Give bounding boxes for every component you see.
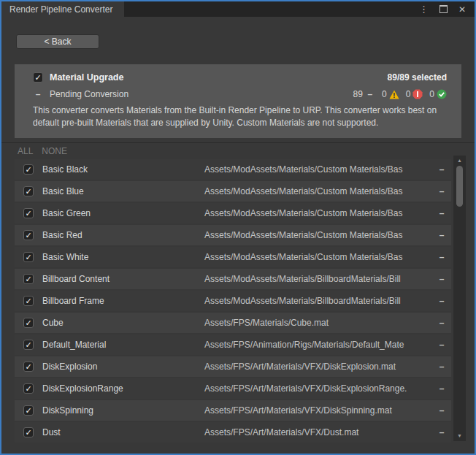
success-icon [437, 89, 447, 99]
check-icon: ✓ [25, 363, 31, 371]
converter-title-row: ✓ Material Upgrade 89/89 selected [33, 72, 447, 83]
row-status-dash-icon: – [432, 208, 451, 218]
close-icon[interactable]: ✕ [458, 5, 466, 14]
table-row[interactable]: ✓ Basic Black Assets/ModAssets/Materials… [15, 159, 451, 180]
table-row[interactable]: ✓ Basic Red Assets/ModAssets/Materials/C… [15, 225, 451, 245]
check-icon: ✓ [25, 232, 31, 240]
window-controls: ⋮ ✕ [419, 1, 475, 17]
material-path: Assets/ModAssets/Materials/Custom Materi… [204, 186, 432, 196]
table-row[interactable]: ✓ Cube Assets/FPS/Materials/Cube.mat – [15, 313, 451, 333]
material-path: Assets/ModAssets/Materials/BillboardMate… [204, 296, 432, 306]
table-row[interactable]: ✓ Basic Blue Assets/ModAssets/Materials/… [15, 181, 451, 202]
back-button-label: < Back [44, 37, 71, 47]
row-status-dash-icon: – [432, 164, 451, 175]
error-count-group: 0 [406, 89, 423, 99]
collapse-minus-icon[interactable]: – [33, 89, 43, 99]
material-name: Billboard Content [42, 274, 204, 284]
warning-icon [389, 90, 399, 99]
status-counts: 89 – 0 0 [353, 89, 447, 99]
material-name: DiskExplosion [42, 362, 204, 372]
row-status-dash-icon: – [432, 340, 451, 350]
row-checkbox[interactable]: ✓ [23, 405, 34, 416]
material-path: Assets/ModAssets/Materials/BillboardMate… [204, 274, 432, 284]
row-checkbox[interactable]: ✓ [23, 186, 34, 196]
material-path: Assets/FPS/Art/Materials/VFX/DiskSpinnin… [204, 405, 432, 416]
row-status-dash-icon: – [432, 296, 451, 306]
check-icon: ✓ [25, 319, 31, 327]
converter-panel[interactable]: ✓ Material Upgrade 89/89 selected – Pend… [15, 64, 461, 138]
kebab-menu-icon[interactable]: ⋮ [419, 4, 429, 14]
selection-links: ALL NONE [1, 142, 475, 158]
table-row[interactable]: ✓ Default_Material Assets/FPS/Animation/… [15, 334, 451, 355]
error-count: 0 [406, 89, 411, 99]
material-name: Billboard Frame [42, 296, 204, 306]
material-name: Basic Blue [42, 186, 204, 196]
row-status-dash-icon: – [432, 362, 451, 372]
check-icon: ✓ [25, 407, 31, 415]
table-row[interactable]: ✓ Basic White Assets/ModAssets/Materials… [15, 247, 451, 267]
titlebar: Render Pipeline Converter ⋮ ✕ [1, 1, 475, 17]
row-status-dash-icon: – [432, 405, 451, 416]
row-checkbox[interactable]: ✓ [23, 208, 34, 218]
pending-dash-icon: – [365, 89, 375, 99]
row-status-dash-icon: – [432, 230, 451, 240]
row-checkbox[interactable]: ✓ [23, 383, 34, 394]
check-icon: ✓ [25, 275, 31, 283]
row-checkbox[interactable]: ✓ [23, 296, 34, 306]
row-checkbox[interactable]: ✓ [23, 164, 34, 175]
warning-count: 0 [382, 89, 387, 99]
table-row[interactable]: ✓ Billboard Frame Assets/ModAssets/Mater… [15, 291, 451, 311]
material-list: ✓ Basic Black Assets/ModAssets/Materials… [15, 159, 451, 443]
row-status-dash-icon: – [432, 274, 451, 284]
row-checkbox[interactable]: ✓ [23, 318, 34, 328]
select-none-link[interactable]: NONE [42, 146, 67, 156]
table-row[interactable]: ✓ Billboard Content Assets/ModAssets/Mat… [15, 269, 451, 289]
material-name: Basic Green [42, 208, 204, 218]
material-path: Assets/ModAssets/Materials/Custom Materi… [204, 252, 432, 262]
table-row[interactable]: ✓ DiskExplosionRange Assets/FPS/Art/Mate… [15, 378, 451, 399]
row-checkbox[interactable]: ✓ [23, 252, 34, 262]
table-row[interactable]: ✓ Dust Assets/FPS/Art/Materials/VFX/Dust… [15, 422, 451, 443]
tab-render-pipeline-converter[interactable]: Render Pipeline Converter [1, 1, 124, 17]
row-status-dash-icon: – [432, 427, 451, 437]
scroll-up-icon[interactable]: ▲ [453, 157, 466, 164]
material-name: Cube [42, 318, 204, 328]
material-path: Assets/ModAssets/Materials/Custom Materi… [204, 164, 432, 175]
material-path: Assets/FPS/Art/Materials/VFX/DiskExplosi… [204, 362, 432, 372]
check-icon: ✓ [25, 297, 31, 305]
row-checkbox[interactable]: ✓ [23, 340, 34, 350]
check-icon: ✓ [25, 166, 31, 174]
check-icon: ✓ [25, 429, 31, 437]
table-row[interactable]: ✓ DiskSpinning Assets/FPS/Art/Materials/… [15, 400, 451, 421]
row-status-dash-icon: – [432, 383, 451, 394]
converter-title: Material Upgrade [50, 72, 123, 83]
check-icon: ✓ [25, 385, 31, 393]
selected-count: 89/89 selected [388, 72, 447, 83]
material-path: Assets/FPS/Art/Materials/VFX/Dust.mat [204, 427, 432, 437]
material-path: Assets/FPS/Materials/Cube.mat [204, 318, 432, 328]
row-checkbox[interactable]: ✓ [23, 362, 34, 372]
table-row[interactable]: ✓ Basic Green Assets/ModAssets/Materials… [15, 203, 451, 223]
material-name: Basic Red [42, 230, 204, 240]
material-name: Default_Material [42, 340, 204, 350]
converter-checkbox[interactable]: ✓ [33, 72, 43, 83]
table-row[interactable]: ✓ DiskExplosion Assets/FPS/Art/Materials… [15, 356, 451, 377]
select-all-link[interactable]: ALL [18, 146, 33, 156]
list-scrollbar[interactable]: ▲ ▼ [453, 156, 466, 441]
scroll-down-icon[interactable]: ▼ [453, 432, 466, 440]
warning-count-group: 0 [382, 89, 399, 99]
material-name: Dust [42, 427, 204, 437]
check-icon: ✓ [34, 74, 41, 82]
check-icon: ✓ [25, 253, 31, 261]
success-count-group: 0 [429, 89, 447, 99]
row-checkbox[interactable]: ✓ [23, 230, 34, 240]
row-checkbox[interactable]: ✓ [23, 427, 34, 437]
material-path: Assets/FPS/Art/Materials/VFX/DiskExplosi… [204, 383, 432, 394]
pending-label: Pending Conversion [50, 89, 128, 99]
maximize-icon[interactable] [439, 5, 448, 13]
row-status-dash-icon: – [432, 318, 451, 328]
converter-description: This converter converts Materials from t… [33, 104, 447, 129]
row-checkbox[interactable]: ✓ [23, 274, 34, 284]
scrollbar-thumb[interactable] [456, 166, 463, 207]
back-button[interactable]: < Back [16, 34, 99, 49]
